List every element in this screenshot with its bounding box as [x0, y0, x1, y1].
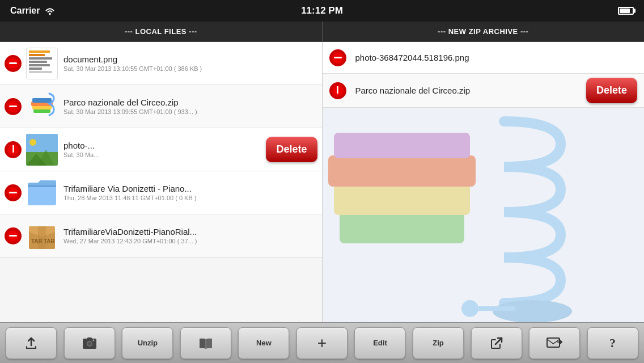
file-thumbnail: TAR TAR: [26, 220, 58, 252]
file-thumbnail: [26, 134, 58, 166]
remove-button[interactable]: [5, 98, 22, 115]
svg-rect-14: [334, 184, 470, 215]
status-bar-right: [618, 7, 634, 15]
file-name: Parco nazionale del Circeo.zip: [63, 98, 317, 107]
pause-button[interactable]: I: [5, 141, 22, 158]
file-info: Parco nazionale del Circeo.zip Sat, 30 M…: [63, 98, 317, 115]
file-name: document.png: [63, 54, 317, 64]
file-info: Parco nazionale del Circeo.zip: [355, 86, 586, 95]
delete-button[interactable]: Delete: [586, 78, 637, 103]
file-thumbnail: [26, 91, 58, 123]
file-meta: Thu, 28 Mar 2013 11:48:11 GMT+01:00 ( 0 …: [63, 195, 317, 201]
svg-rect-10: [38, 226, 46, 249]
left-panel: document.png Sat, 30 Mar 2013 13:10:55 G…: [0, 42, 323, 322]
camera-button[interactable]: [64, 327, 115, 359]
file-meta: Wed, 27 Mar 2013 12:43:20 GMT+01:00 ( 37…: [63, 238, 317, 244]
book-button[interactable]: [180, 327, 231, 359]
unzip-button[interactable]: Unzip: [122, 327, 173, 359]
file-name: Parco nazionale del Circeo.zip: [355, 86, 586, 95]
file-meta: Sat, 30 Ma...: [63, 151, 266, 158]
file-name: TrifamiliareViaDonizetti-PianoRial...: [63, 227, 317, 237]
list-item: Parco nazionale del Circeo.zip Sat, 30 M…: [0, 85, 322, 128]
file-meta: Sat, 30 Mar 2013 13:10:55 GMT+01:00 ( 38…: [63, 65, 317, 72]
file-thumbnail: [26, 48, 58, 79]
mail-icon: [546, 337, 562, 349]
right-panel: photo-368472044.518196.png I Parco nazio…: [323, 42, 645, 322]
remove-button[interactable]: [5, 227, 22, 244]
add-icon: +: [317, 335, 327, 351]
share-button[interactable]: [471, 327, 522, 359]
list-item: photo-368472044.518196.png: [323, 42, 645, 74]
list-item: I photo-... Sat, 30 Ma... Delete: [0, 128, 322, 171]
edit-button[interactable]: Edit: [354, 327, 405, 359]
upload-icon: [24, 336, 38, 350]
edit-label: Edit: [373, 339, 387, 347]
svg-point-0: [49, 13, 51, 15]
new-button[interactable]: New: [238, 327, 289, 359]
zip-background-art: [323, 110, 645, 322]
remove-button[interactable]: [329, 49, 346, 66]
file-thumbnail: [26, 177, 58, 209]
svg-point-17: [493, 300, 572, 322]
section-headers: --- LOCAL FILES --- --- NEW ZIP ARCHIVE …: [0, 22, 644, 42]
svg-point-21: [87, 341, 91, 345]
file-info: Trifamiliare Via Donizetti - Piano... Th…: [63, 184, 317, 201]
file-meta: Sat, 30 Mar 2013 13:09:55 GMT+01:00 ( 93…: [63, 108, 317, 115]
svg-point-7: [29, 139, 36, 146]
battery-icon: [618, 7, 634, 15]
book-icon: [198, 337, 213, 349]
pause-button[interactable]: I: [329, 82, 346, 99]
main-content: document.png Sat, 30 Mar 2013 13:10:55 G…: [0, 42, 644, 322]
unzip-label: Unzip: [138, 339, 158, 347]
svg-text:TAR: TAR: [31, 238, 43, 244]
file-info: photo-368472044.518196.png: [355, 53, 638, 62]
list-item: TAR TAR TrifamiliareViaDonizetti-PianoRi…: [0, 214, 322, 258]
local-files-header: --- LOCAL FILES ---: [0, 22, 323, 42]
status-bar: Carrier 11:12 PM: [0, 0, 644, 22]
share-icon: [490, 336, 503, 350]
upload-button[interactable]: [6, 327, 57, 359]
delete-button[interactable]: Delete: [266, 137, 317, 162]
remove-button[interactable]: [5, 55, 22, 72]
wifi-icon: [44, 7, 56, 15]
svg-rect-24: [547, 338, 560, 347]
svg-point-22: [92, 339, 94, 341]
list-item: document.png Sat, 30 Mar 2013 13:10:55 G…: [0, 42, 322, 85]
file-info: photo-... Sat, 30 Ma...: [63, 141, 266, 158]
file-info: TrifamiliareViaDonizetti-PianoRial... We…: [63, 227, 317, 244]
file-name: photo-368472044.518196.png: [355, 53, 638, 62]
svg-rect-16: [334, 133, 470, 158]
status-bar-left: Carrier: [10, 6, 56, 16]
remove-button[interactable]: [5, 184, 22, 201]
time-display: 11:12 PM: [301, 5, 343, 16]
svg-rect-4: [32, 98, 52, 103]
camera-icon: [82, 337, 97, 349]
carrier-label: Carrier: [10, 6, 40, 16]
help-button[interactable]: ?: [587, 327, 638, 359]
zip-label: Zip: [433, 339, 444, 347]
svg-text:TAR: TAR: [44, 238, 56, 244]
list-item: I Parco nazionale del Circeo.zip Delete: [323, 74, 645, 108]
new-zip-header: --- NEW ZIP ARCHIVE ---: [323, 22, 645, 42]
svg-rect-15: [328, 155, 476, 187]
mail-button[interactable]: [529, 327, 580, 359]
file-name: photo-...: [63, 141, 266, 150]
new-label: New: [256, 339, 272, 347]
list-item: Trifamiliare Via Donizetti - Piano... Th…: [0, 171, 322, 214]
help-icon: ?: [609, 336, 616, 351]
file-info: document.png Sat, 30 Mar 2013 13:10:55 G…: [63, 54, 317, 72]
zip-button[interactable]: Zip: [413, 327, 464, 359]
svg-point-18: [461, 300, 478, 317]
svg-rect-13: [340, 212, 464, 243]
add-button[interactable]: +: [296, 327, 348, 359]
file-name: Trifamiliare Via Donizetti - Piano...: [63, 184, 317, 193]
toolbar: Unzip New + Edit Zip: [0, 322, 644, 363]
